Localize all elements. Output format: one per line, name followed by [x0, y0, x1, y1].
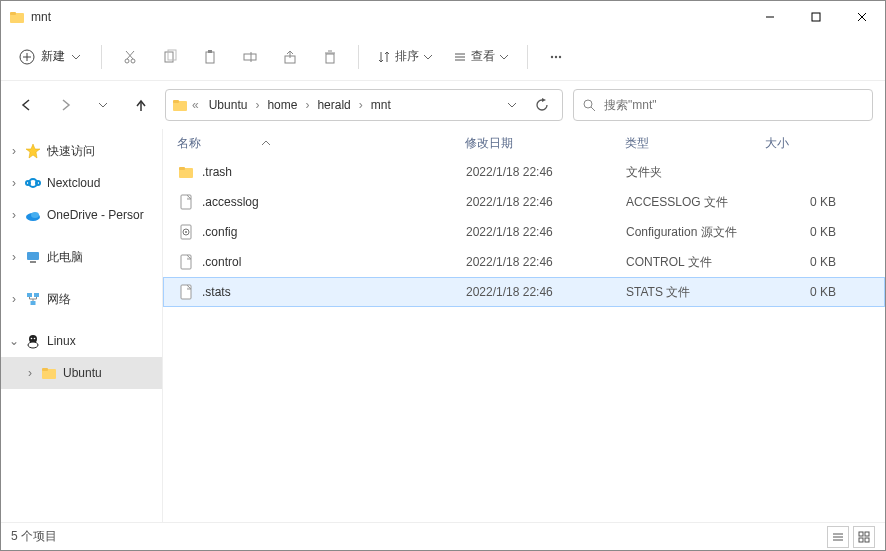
chevron-down-icon [423, 52, 433, 62]
file-row[interactable]: .control2022/1/18 22:46CONTROL 文件0 KB [163, 247, 885, 277]
sidebar-item[interactable]: ›快速访问 [1, 135, 162, 167]
file-type: CONTROL 文件 [626, 254, 786, 271]
file-name: .accesslog [202, 195, 466, 209]
breadcrumb-item[interactable]: home [261, 94, 303, 116]
status-bar: 5 个项目 [1, 522, 885, 550]
more-icon [548, 49, 564, 65]
svg-point-47 [559, 55, 561, 57]
star-icon [25, 143, 41, 159]
svg-rect-34 [206, 52, 214, 63]
breadcrumb-item[interactable]: herald [311, 94, 356, 116]
paste-button[interactable] [192, 39, 228, 75]
file-modified: 2022/1/18 22:46 [466, 165, 626, 179]
content-pane: 名称 修改日期 类型 大小 .trash2022/1/18 22:46文件夹.a… [163, 129, 885, 522]
file-modified: 2022/1/18 22:46 [466, 285, 626, 299]
svg-point-45 [551, 55, 553, 57]
file-size: 0 KB [786, 255, 846, 269]
sort-button[interactable]: 排序 [369, 42, 441, 71]
file-row[interactable]: .accesslog2022/1/18 22:46ACCESSLOG 文件0 K… [163, 187, 885, 217]
address-bar[interactable]: « Ubuntu›home›herald›mnt [165, 89, 563, 121]
file-modified: 2022/1/18 22:46 [466, 255, 626, 269]
search-box[interactable] [573, 89, 873, 121]
chevron-down-icon: ⌄ [7, 334, 21, 348]
paste-icon [202, 49, 218, 65]
svg-rect-36 [244, 54, 256, 60]
svg-rect-35 [208, 50, 212, 53]
col-modified[interactable]: 修改日期 [465, 136, 513, 150]
file-name: .config [202, 225, 466, 239]
file-row[interactable]: .trash2022/1/18 22:46文件夹 [163, 157, 885, 187]
copy-button[interactable] [152, 39, 188, 75]
col-size[interactable]: 大小 [765, 136, 789, 150]
up-button[interactable] [127, 91, 155, 119]
more-button[interactable] [538, 39, 574, 75]
svg-rect-55 [865, 532, 869, 536]
svg-line-50 [591, 107, 595, 111]
file-size: 0 KB [786, 195, 846, 209]
col-name[interactable]: 名称 [177, 135, 201, 152]
maximize-button[interactable] [793, 1, 839, 33]
file-row[interactable]: .stats2022/1/18 22:46STATS 文件0 KB [163, 277, 885, 307]
file-icon [178, 284, 194, 300]
file-size: 0 KB [786, 225, 846, 239]
view-label: 查看 [471, 48, 495, 65]
share-icon [282, 49, 298, 65]
forward-button[interactable] [51, 91, 79, 119]
svg-point-49 [584, 100, 592, 108]
new-button[interactable]: 新建 [9, 42, 91, 71]
chevron-right-icon: › [357, 98, 365, 112]
copy-icon [162, 49, 178, 65]
sidebar-item[interactable]: ›网络 [1, 283, 162, 315]
sort-icon [377, 50, 391, 64]
svg-rect-56 [859, 538, 863, 542]
back-button[interactable] [13, 91, 41, 119]
thumbnails-view-button[interactable] [853, 526, 875, 548]
file-icon [178, 254, 194, 270]
svg-rect-22 [812, 13, 820, 21]
svg-point-29 [131, 59, 135, 63]
file-size: 0 KB [786, 285, 846, 299]
svg-point-28 [125, 59, 129, 63]
sidebar-item-label: OneDrive - Persor [47, 208, 144, 222]
svg-line-30 [126, 51, 133, 59]
sidebar-item[interactable]: ›Ubuntu [1, 357, 162, 389]
plus-circle-icon [19, 49, 35, 65]
share-button[interactable] [272, 39, 308, 75]
recent-button[interactable] [89, 91, 117, 119]
toolbar: 新建 排序 查看 [1, 33, 885, 81]
details-view-button[interactable] [827, 526, 849, 548]
breadcrumb-pre: « [190, 98, 201, 112]
search-input[interactable] [604, 98, 864, 112]
svg-rect-57 [865, 538, 869, 542]
cut-button[interactable] [112, 39, 148, 75]
trash-icon [322, 49, 338, 65]
delete-button[interactable] [312, 39, 348, 75]
cut-icon [122, 49, 138, 65]
file-name: .trash [202, 165, 466, 179]
new-label: 新建 [41, 48, 65, 65]
rename-button[interactable] [232, 39, 268, 75]
breadcrumb-item[interactable]: Ubuntu [203, 94, 254, 116]
view-button[interactable]: 查看 [445, 42, 517, 71]
file-icon [178, 194, 194, 210]
sidebar-item[interactable]: ⌄Linux [1, 325, 162, 357]
col-type[interactable]: 类型 [625, 136, 649, 150]
file-row[interactable]: .config2022/1/18 22:46Configuration 源文件0… [163, 217, 885, 247]
sidebar-item[interactable]: ›OneDrive - Persor [1, 199, 162, 231]
refresh-button[interactable] [528, 91, 556, 119]
folder-icon [172, 97, 188, 113]
titlebar: mnt [1, 1, 885, 33]
sidebar-item[interactable]: ›Nextcloud [1, 167, 162, 199]
sidebar-item[interactable]: ›此电脑 [1, 241, 162, 273]
file-list[interactable]: .trash2022/1/18 22:46文件夹.accesslog2022/1… [163, 157, 885, 522]
close-button[interactable] [839, 1, 885, 33]
file-type: ACCESSLOG 文件 [626, 194, 786, 211]
file-type: 文件夹 [626, 164, 786, 181]
file-type: Configuration 源文件 [626, 224, 786, 241]
breadcrumb-dropdown[interactable] [498, 91, 526, 119]
address-row: « Ubuntu›home›herald›mnt [1, 81, 885, 129]
minimize-button[interactable] [747, 1, 793, 33]
sidebar-item-label: Linux [47, 334, 76, 348]
breadcrumb-item[interactable]: mnt [365, 94, 397, 116]
folder-icon [9, 9, 25, 25]
